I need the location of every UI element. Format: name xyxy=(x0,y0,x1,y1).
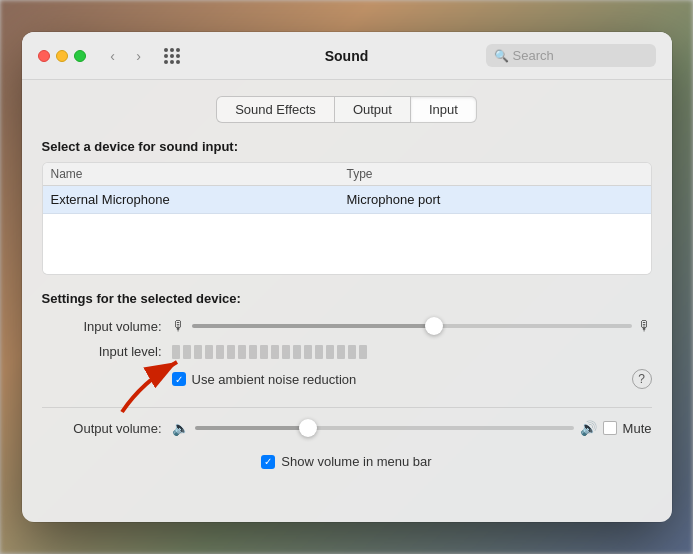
input-volume-track[interactable] xyxy=(192,324,632,328)
level-bar xyxy=(238,345,246,359)
level-bar xyxy=(260,345,268,359)
tab-input[interactable]: Input xyxy=(411,96,477,123)
search-icon: 🔍 xyxy=(494,49,509,63)
show-volume-checkbox[interactable]: ✓ xyxy=(261,455,275,469)
level-bar xyxy=(227,345,235,359)
input-level-row: Input level: xyxy=(42,344,652,359)
search-bar[interactable]: 🔍 xyxy=(486,44,656,67)
output-volume-label: Output volume: xyxy=(42,421,172,436)
level-bar xyxy=(249,345,257,359)
level-bar xyxy=(271,345,279,359)
settings-section-label: Settings for the selected device: xyxy=(42,291,652,306)
output-volume-row: Output volume: 🔈 🔊 Mute xyxy=(42,420,652,436)
input-level-label: Input level: xyxy=(42,344,172,359)
output-volume-fill xyxy=(195,426,309,430)
level-bar xyxy=(359,345,367,359)
level-bar xyxy=(315,345,323,359)
back-button[interactable]: ‹ xyxy=(102,45,124,67)
output-volume-thumb[interactable] xyxy=(299,419,317,437)
level-bar xyxy=(293,345,301,359)
show-volume-label: Show volume in menu bar xyxy=(281,454,431,469)
level-bar xyxy=(326,345,334,359)
device-section-label: Select a device for sound input: xyxy=(42,139,652,154)
level-bar xyxy=(183,345,191,359)
level-bar xyxy=(282,345,290,359)
sound-preferences-window: ‹ › Sound 🔍 Sound Effects Output Input S… xyxy=(22,32,672,522)
output-volume-track[interactable] xyxy=(195,426,574,430)
noise-reduction-checkbox[interactable]: ✓ xyxy=(172,372,186,386)
speaker-large-icon: 🔊 xyxy=(580,420,597,436)
level-bar xyxy=(194,345,202,359)
close-button[interactable] xyxy=(38,50,50,62)
maximize-button[interactable] xyxy=(74,50,86,62)
input-volume-thumb[interactable] xyxy=(425,317,443,335)
bottom-section: Output volume: 🔈 🔊 Mute ✓ Show volume in… xyxy=(42,407,652,477)
grid-icon xyxy=(162,46,182,66)
input-volume-label: Input volume: xyxy=(42,319,172,334)
mute-checkbox[interactable] xyxy=(603,421,617,435)
level-bar xyxy=(304,345,312,359)
help-button[interactable]: ? xyxy=(632,369,652,389)
window-title: Sound xyxy=(325,48,369,64)
show-volume-row: ✓ Show volume in menu bar xyxy=(42,454,652,469)
mic-small-icon: 🎙 xyxy=(172,318,186,334)
content-area: Sound Effects Output Input Select a devi… xyxy=(22,80,672,522)
noise-reduction-label: Use ambient noise reduction xyxy=(192,372,357,387)
device-table: Name Type External Microphone Microphone… xyxy=(42,162,652,275)
tab-sound-effects[interactable]: Sound Effects xyxy=(216,96,335,123)
table-empty-area xyxy=(43,214,651,274)
input-volume-slider-container: 🎙 🎙 xyxy=(172,318,652,334)
search-input[interactable] xyxy=(513,48,648,63)
col-header-type: Type xyxy=(347,167,643,181)
device-type: Microphone port xyxy=(347,192,643,207)
col-header-name: Name xyxy=(51,167,347,181)
level-bar xyxy=(205,345,213,359)
forward-button[interactable]: › xyxy=(128,45,150,67)
tab-output[interactable]: Output xyxy=(335,96,411,123)
mic-large-icon: 🎙 xyxy=(638,318,652,334)
input-volume-row: Input volume: 🎙 🎙 xyxy=(42,318,652,334)
level-bar xyxy=(172,345,180,359)
tab-bar: Sound Effects Output Input xyxy=(42,96,652,123)
table-row[interactable]: External Microphone Microphone port xyxy=(43,186,651,214)
input-volume-fill xyxy=(192,324,434,328)
titlebar: ‹ › Sound 🔍 xyxy=(22,32,672,80)
mute-label: Mute xyxy=(623,421,652,436)
input-level-bars xyxy=(172,345,652,359)
noise-reduction-row: ✓ Use ambient noise reduction ? xyxy=(42,369,652,389)
output-volume-slider-container: 🔈 🔊 Mute xyxy=(172,420,652,436)
minimize-button[interactable] xyxy=(56,50,68,62)
level-bar xyxy=(216,345,224,359)
nav-buttons: ‹ › xyxy=(102,45,150,67)
device-name: External Microphone xyxy=(51,192,347,207)
speaker-small-icon: 🔈 xyxy=(172,420,189,436)
level-bar xyxy=(348,345,356,359)
traffic-lights xyxy=(38,50,86,62)
table-header: Name Type xyxy=(43,163,651,186)
level-bar xyxy=(337,345,345,359)
